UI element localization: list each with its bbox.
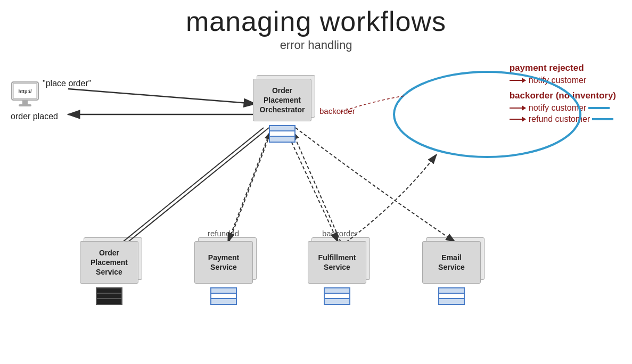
svg-rect-21 [269,136,295,142]
svg-line-6 [68,89,256,104]
backorder-top-label: backorder [319,106,355,115]
fulfillment-db [323,287,351,308]
error-arrow-1 [510,80,526,81]
svg-line-8 [122,128,264,242]
svg-line-9 [128,128,269,242]
error-handling-box: payment rejected notify customer backord… [510,63,616,129]
svg-rect-4 [19,104,31,106]
refunded-label: refunded [208,229,239,238]
orchestrator-box: OrderPlacementOrchestrator [253,79,311,121]
fulfillment-service-box: FulfillmentService [308,241,366,284]
order-placement-db [95,287,123,308]
backorder-bottom-label: backorder [322,229,358,238]
place-order-label: "place order" [43,79,91,88]
error-arrow-2 [510,107,526,109]
backorder-section: backorder (no inventory) notify customer… [510,90,616,124]
order-placement-service: OrderPlacementService [80,241,138,308]
notify-customer-line2: notify customer [510,103,616,113]
blue-underline-2 [592,118,613,120]
orchestrator-label: OrderPlacementOrchestrator [260,86,305,115]
svg-line-14 [292,130,341,242]
svg-rect-39 [439,299,464,304]
notify-customer-label-2: notify customer [529,103,586,113]
email-db [438,287,465,308]
notify-customer-label-1: notify customer [529,76,586,85]
fulfillment-service-label: FulfillmentService [318,253,356,272]
page-subtitle: error handling [0,38,632,52]
email-service-box: EmailService [422,241,481,284]
svg-rect-22 [96,288,122,304]
payment-service-box: PaymentService [194,241,253,284]
notify-customer-line1: notify customer [510,76,616,85]
svg-rect-20 [269,126,295,131]
payment-rejected-header: payment rejected [510,63,616,73]
payment-db [210,287,237,308]
http-client-icon: http:// [11,81,40,107]
svg-rect-38 [439,288,464,293]
blue-underline-1 [588,107,610,109]
svg-rect-28 [211,288,236,293]
fulfillment-service: FulfillmentService [308,241,366,308]
svg-rect-34 [324,299,350,304]
email-service: EmailService [422,241,481,308]
svg-text:http://: http:// [19,89,32,94]
error-arrow-3 [510,119,526,120]
order-placed-label: order placed [11,112,58,121]
diagram-canvas [0,0,632,364]
svg-line-13 [229,130,272,242]
order-placement-box: OrderPlacementService [80,241,138,284]
page-title: managing workflows [0,0,632,37]
refund-customer-line: refund customer [510,114,616,124]
email-service-label: EmailService [438,253,465,272]
svg-rect-33 [324,288,350,293]
refund-customer-label: refund customer [529,114,590,124]
orchestrator-service: OrderPlacementOrchestrator [253,79,311,145]
orchestrator-db [268,125,296,145]
payment-service-label: PaymentService [208,253,239,272]
backorder-header: backorder (no inventory) [510,90,616,101]
order-placement-label: OrderPlacementService [91,248,128,277]
payment-service: PaymentService [194,241,253,308]
svg-rect-29 [211,299,236,304]
svg-rect-3 [22,100,28,104]
payment-rejected-section: payment rejected notify customer [510,63,616,85]
